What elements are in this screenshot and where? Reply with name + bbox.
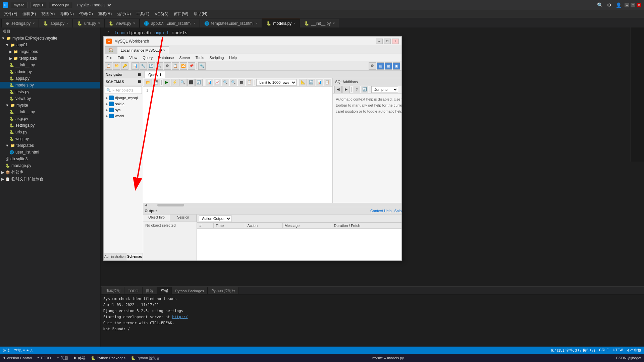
wb-menu-query[interactable]: Query — [140, 55, 155, 60]
title-bar-tab3[interactable]: models.py — [49, 2, 72, 8]
menu-view[interactable]: 视图(V) — [39, 10, 57, 17]
wb-view-btn1[interactable]: ▦ — [377, 62, 384, 70]
taskbar-center-label[interactable]: mysite – models.py — [372, 356, 404, 360]
wb-home-tab[interactable]: 🏠 — [105, 46, 117, 54]
wb-menu-view[interactable]: View — [127, 55, 140, 60]
wb-instance-tab[interactable]: Local instance MySQL80 × — [117, 46, 169, 54]
wb-context-help-btn[interactable]: Context Help — [370, 209, 392, 213]
wb-fwd-btn[interactable]: ▶ — [342, 86, 350, 93]
wb-limit-select[interactable]: Limit to 1000 rows — [256, 79, 297, 86]
tree-views[interactable]: 🐍 views.py — [0, 95, 100, 102]
wb-exec-explain[interactable]: 🔍 — [179, 79, 186, 86]
wb-menu-server[interactable]: Server — [176, 55, 193, 60]
wb-stop-btn[interactable]: ⬛ — [187, 79, 195, 86]
tab-templates-user-list[interactable]: 🌐templates\user_list.html× — [200, 19, 262, 27]
wb-nav-icon[interactable]: ⊞ — [138, 72, 141, 77]
wb-manual-help[interactable]: ? — [353, 86, 360, 93]
wb-open-file[interactable]: 📂 — [145, 79, 152, 86]
wb-menu-file[interactable]: File — [104, 55, 115, 60]
title-bar-tab2[interactable]: app01 — [30, 2, 47, 8]
wb-tool-t3[interactable]: 🔄 — [148, 62, 155, 70]
taskbar-problems[interactable]: ⚠ 问题 — [56, 356, 68, 361]
tab-init[interactable]: 🐍__init__.py× — [300, 19, 339, 27]
menu-run[interactable]: 运行(U) — [114, 10, 133, 17]
wb-minimize-btn[interactable]: – — [376, 39, 383, 44]
wb-back-btn[interactable]: ◀ — [334, 86, 342, 93]
wb-zoom-out[interactable]: 🔍 — [230, 79, 237, 86]
wb-tool-t6[interactable]: 📋 — [172, 62, 179, 70]
tab-terminal[interactable]: 终端 — [157, 287, 172, 294]
wb-settings-btn[interactable]: ⚙ — [369, 62, 376, 70]
tree-external-libs[interactable]: ▶ 📦 外部库 — [0, 169, 100, 176]
tree-wsgi[interactable]: 🐍 wsgi.py — [0, 135, 100, 142]
wb-cal3[interactable]: 📊 — [316, 79, 323, 86]
tree-templates-root[interactable]: ▼ 📁 templates — [0, 142, 100, 149]
wb-view-btn2[interactable]: ▩ — [385, 62, 392, 70]
wb-schemas-icon[interactable]: ⊞ — [138, 79, 141, 84]
tree-mysite-folder[interactable]: ▼ 📁 mysite — [0, 102, 100, 109]
tree-templates-app01[interactable]: ▶ 📁 templates — [0, 55, 100, 62]
wb-tool-t1[interactable]: 📊 — [131, 62, 139, 70]
tree-asgi[interactable]: 🐍 asgi.py — [0, 115, 100, 122]
wb-cal1[interactable]: 📐 — [300, 79, 307, 86]
status-encoding[interactable]: UTF-8 — [613, 348, 623, 353]
wb-refresh-btn[interactable]: 🔄 — [195, 79, 203, 86]
wb-tool-schema[interactable]: 🔑 — [121, 62, 128, 70]
tab-todo[interactable]: TODO — [124, 287, 142, 294]
menu-help[interactable]: 帮助(H) — [191, 10, 210, 17]
tree-migrations[interactable]: ▶ 📁 migrations — [0, 48, 100, 55]
wb-exec-line[interactable]: ⚡ — [171, 79, 178, 86]
wb-scroll-thumb[interactable] — [157, 204, 184, 206]
wb-view-btn3[interactable]: ▣ — [393, 62, 400, 70]
wb-schema-world[interactable]: ▶ world — [104, 113, 143, 119]
tab-problems[interactable]: 问题 — [142, 287, 157, 294]
wb-column-viz[interactable]: 📈 — [214, 79, 221, 86]
taskbar-terminal[interactable]: ▶ 终端 — [73, 356, 86, 361]
menu-navigate[interactable]: 导航(N) — [57, 10, 76, 17]
wb-tool-open[interactable]: 📂 — [113, 62, 120, 70]
tree-tests[interactable]: 🐍 tests.py — [0, 88, 100, 95]
wb-jump-to-select[interactable]: Jump to — [371, 86, 398, 93]
wb-tool-t2[interactable]: 🔧 — [140, 62, 147, 70]
wb-tab-close[interactable]: × — [163, 48, 165, 52]
taskbar-python-console[interactable]: 🐍 Python 控制台 — [131, 356, 160, 361]
wb-maximize-btn[interactable]: □ — [384, 39, 391, 44]
maximize-btn[interactable]: □ — [631, 3, 635, 7]
wb-schema-django-mysql[interactable]: ▶ django_mysql — [104, 95, 143, 101]
wb-table-view[interactable]: ▦ — [238, 79, 245, 86]
tree-init-app01[interactable]: 🐍 __init__.py — [0, 62, 100, 68]
tree-scratch-files[interactable]: ▶ 📋 临时文件和控制台 — [0, 176, 100, 182]
wb-tool-t4[interactable]: 🔍 — [156, 62, 163, 70]
menu-window[interactable]: 窗口(W) — [171, 10, 191, 17]
menu-code[interactable]: 代码(C) — [76, 10, 96, 17]
tree-admin[interactable]: 🐍 admin.py — [0, 68, 100, 75]
tab-apps[interactable]: 🐍apps.py× — [39, 19, 73, 27]
wb-query-content[interactable]: 1 — [143, 87, 332, 94]
tree-db-sqlite[interactable]: 🗄 db.sqlite3 — [0, 156, 100, 162]
title-bar-tab[interactable]: mysite — [11, 2, 28, 8]
menu-file[interactable]: 文件(F) — [1, 10, 20, 17]
tree-init-mysite[interactable]: 🐍 __init__.py — [0, 109, 100, 115]
wb-schema-sys[interactable]: ▶ sys — [104, 107, 143, 113]
tree-settings[interactable]: 🐍 settings.py — [0, 122, 100, 129]
tree-user-list-html[interactable]: 🌐 user_list.html — [0, 149, 100, 156]
minimize-btn[interactable]: – — [625, 3, 629, 7]
tree-models[interactable]: 🐍 models.py — [0, 82, 100, 88]
tab-python-console[interactable]: Python 控制台 — [208, 287, 238, 294]
settings-icon[interactable]: ⚙ — [606, 2, 612, 8]
server-link[interactable]: http:// — [172, 315, 187, 319]
tab-version-control[interactable]: 版本控制 — [102, 287, 124, 294]
wb-exec-btn[interactable]: ▶ — [163, 79, 170, 86]
wb-cal4[interactable]: 📋 — [324, 79, 331, 86]
wb-menu-scripting[interactable]: Scripting — [207, 55, 227, 60]
wb-tool-t7[interactable]: 🔀 — [180, 62, 187, 70]
wb-schemas-tab[interactable]: Schemas — [126, 253, 143, 260]
wb-tool-new-schema[interactable]: 📋 — [105, 62, 112, 70]
status-crlf[interactable]: CRLF — [599, 348, 609, 353]
tree-mysite-root[interactable]: ▼ 📁 mysite E:\Projects\mysite — [0, 35, 100, 42]
wb-cal2[interactable]: 🔄 — [308, 79, 315, 86]
wb-scrollbar-h[interactable]: ◀ ▶ — [143, 203, 401, 207]
wb-form-view[interactable]: 📋 — [246, 79, 253, 86]
tab-python-packages[interactable]: Python Packages — [172, 287, 208, 294]
taskbar-version-control[interactable]: ⬆ Version Control — [3, 356, 32, 360]
